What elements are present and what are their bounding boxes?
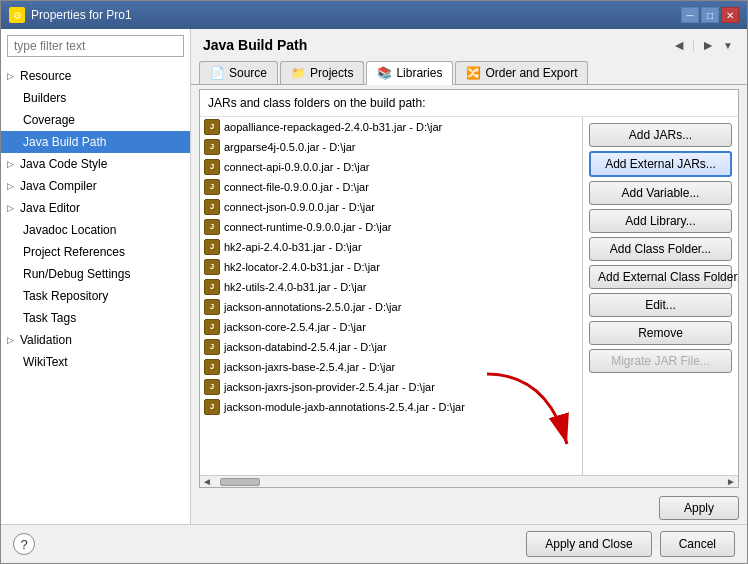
jar-item[interactable]: Jjackson-jaxrs-json-provider-2.5.4.jar -…: [200, 377, 582, 397]
back-button[interactable]: ◄: [670, 37, 688, 53]
jar-icon: J: [204, 139, 220, 155]
dropdown-button[interactable]: ▼: [721, 40, 735, 51]
nav-item-resource[interactable]: ▷Resource: [1, 65, 190, 87]
jar-item[interactable]: Jjackson-jaxrs-base-2.5.4.jar - D:\jar: [200, 357, 582, 377]
jar-name: connect-file-0.9.0.0.jar - D:\jar: [224, 178, 369, 196]
nav-item-label: Java Editor: [20, 199, 80, 217]
jar-icon: J: [204, 199, 220, 215]
jar-area: Jaopalliance-repackaged-2.4.0-b31.jar - …: [200, 117, 738, 475]
jar-icon: J: [204, 119, 220, 135]
jar-item[interactable]: Jconnect-api-0.9.0.0.jar - D:\jar: [200, 157, 582, 177]
jar-item[interactable]: Jhk2-utils-2.4.0-b31.jar - D:\jar: [200, 277, 582, 297]
main-content: JARs and class folders on the build path…: [199, 89, 739, 488]
tab-order-and-export[interactable]: 🔀Order and Export: [455, 61, 588, 84]
jar-item[interactable]: Jjackson-core-2.5.4.jar - D:\jar: [200, 317, 582, 337]
nav-item-builders[interactable]: Builders: [1, 87, 190, 109]
jar-item[interactable]: Jjackson-annotations-2.5.0.jar - D:\jar: [200, 297, 582, 317]
expand-icon: ▷: [7, 155, 14, 173]
panel-title: Java Build Path: [203, 37, 307, 53]
nav-item-coverage[interactable]: Coverage: [1, 109, 190, 131]
jar-item[interactable]: Jjackson-databind-2.5.4.jar - D:\jar: [200, 337, 582, 357]
tab-source[interactable]: 📄Source: [199, 61, 278, 84]
apply-close-button[interactable]: Apply and Close: [526, 531, 651, 557]
action-btn-remove[interactable]: Remove: [589, 321, 732, 345]
nav-item-label: Task Repository: [23, 287, 108, 305]
jar-icon: J: [204, 319, 220, 335]
jar-name: argparse4j-0.5.0.jar - D:\jar: [224, 138, 355, 156]
help-button[interactable]: ?: [13, 533, 35, 555]
nav-item-task-repository[interactable]: Task Repository: [1, 285, 190, 307]
tab-icon-libraries: 📚: [377, 66, 392, 80]
jar-icon: J: [204, 239, 220, 255]
nav-item-run/debug-settings[interactable]: Run/Debug Settings: [1, 263, 190, 285]
jar-name: connect-api-0.9.0.0.jar - D:\jar: [224, 158, 370, 176]
bottom-bar: ? Apply and Close Cancel: [1, 524, 747, 563]
jar-name: jackson-databind-2.5.4.jar - D:\jar: [224, 338, 387, 356]
tab-label: Projects: [310, 66, 353, 80]
jar-item[interactable]: Jhk2-api-2.4.0-b31.jar - D:\jar: [200, 237, 582, 257]
jar-item[interactable]: Jhk2-locator-2.4.0-b31.jar - D:\jar: [200, 257, 582, 277]
separator: |: [692, 38, 695, 52]
cancel-button[interactable]: Cancel: [660, 531, 735, 557]
jar-icon: J: [204, 179, 220, 195]
nav-item-label: Java Build Path: [23, 133, 106, 151]
nav-item-java-build-path[interactable]: Java Build Path: [1, 131, 190, 153]
jar-item[interactable]: Jconnect-runtime-0.9.0.0.jar - D:\jar: [200, 217, 582, 237]
nav-item-javadoc-location[interactable]: Javadoc Location: [1, 219, 190, 241]
jar-item[interactable]: Jconnect-json-0.9.0.0.jar - D:\jar: [200, 197, 582, 217]
window-title: Properties for Pro1: [31, 8, 132, 22]
maximize-button[interactable]: □: [701, 7, 719, 23]
tab-libraries[interactable]: 📚Libraries: [366, 61, 453, 85]
jar-icon: J: [204, 299, 220, 315]
action-btn-add-variable-[interactable]: Add Variable...: [589, 181, 732, 205]
action-btn-add-external-class-folder-[interactable]: Add External Class Folder...: [589, 265, 732, 289]
jar-item[interactable]: Jjackson-module-jaxb-annotations-2.5.4.j…: [200, 397, 582, 417]
forward-button[interactable]: ►: [699, 37, 717, 53]
nav-item-label: Coverage: [23, 111, 75, 129]
apply-button[interactable]: Apply: [659, 496, 739, 520]
jar-name: connect-runtime-0.9.0.0.jar - D:\jar: [224, 218, 392, 236]
jar-icon: J: [204, 399, 220, 415]
horizontal-scrollbar[interactable]: ◄ ►: [200, 475, 738, 487]
jar-name: hk2-api-2.4.0-b31.jar - D:\jar: [224, 238, 362, 256]
jar-icon: J: [204, 359, 220, 375]
main-window: ⚙ Properties for Pro1 ─ □ ✕ ▷ResourceBui…: [0, 0, 748, 564]
jar-item[interactable]: Jargparse4j-0.5.0.jar - D:\jar: [200, 137, 582, 157]
nav-item-label: Javadoc Location: [23, 221, 116, 239]
jar-item[interactable]: Jaopalliance-repackaged-2.4.0-b31.jar - …: [200, 117, 582, 137]
nav-item-label: Builders: [23, 89, 66, 107]
nav-item-java-code-style[interactable]: ▷Java Code Style: [1, 153, 190, 175]
nav-item-label: WikiText: [23, 353, 68, 371]
tabs-bar: 📄Source📁Projects📚Libraries🔀Order and Exp…: [191, 57, 747, 85]
jar-icon: J: [204, 219, 220, 235]
nav-item-wikitext[interactable]: WikiText: [1, 351, 190, 373]
action-btn-add-library-[interactable]: Add Library...: [589, 209, 732, 233]
expand-icon: ▷: [7, 331, 14, 349]
expand-icon: ▷: [7, 177, 14, 195]
nav-item-java-editor[interactable]: ▷Java Editor: [1, 197, 190, 219]
action-btn-add-jars-[interactable]: Add JARs...: [589, 123, 732, 147]
tab-label: Order and Export: [485, 66, 577, 80]
jar-name: hk2-utils-2.4.0-b31.jar - D:\jar: [224, 278, 366, 296]
close-button[interactable]: ✕: [721, 7, 739, 23]
jar-name: hk2-locator-2.4.0-b31.jar - D:\jar: [224, 258, 380, 276]
jar-name: jackson-core-2.5.4.jar - D:\jar: [224, 318, 366, 336]
action-btn-edit-[interactable]: Edit...: [589, 293, 732, 317]
nav-item-project-references[interactable]: Project References: [1, 241, 190, 263]
jar-icon: J: [204, 279, 220, 295]
tab-label: Libraries: [396, 66, 442, 80]
action-btn-add-external-jars-[interactable]: Add External JARs...: [589, 151, 732, 177]
nav-item-java-compiler[interactable]: ▷Java Compiler: [1, 175, 190, 197]
filter-input[interactable]: [7, 35, 184, 57]
jar-icon: J: [204, 339, 220, 355]
nav-item-task-tags[interactable]: Task Tags: [1, 307, 190, 329]
nav-item-validation[interactable]: ▷Validation: [1, 329, 190, 351]
jar-item[interactable]: Jconnect-file-0.9.0.0.jar - D:\jar: [200, 177, 582, 197]
jar-name: jackson-module-jaxb-annotations-2.5.4.ja…: [224, 398, 465, 416]
tab-projects[interactable]: 📁Projects: [280, 61, 364, 84]
minimize-button[interactable]: ─: [681, 7, 699, 23]
action-btn-add-class-folder-[interactable]: Add Class Folder...: [589, 237, 732, 261]
right-panel-inner: JARs and class folders on the build path…: [191, 85, 747, 524]
right-panel: Java Build Path ◄ | ► ▼ 📄Source📁Projects…: [191, 29, 747, 524]
nav-item-label: Project References: [23, 243, 125, 261]
